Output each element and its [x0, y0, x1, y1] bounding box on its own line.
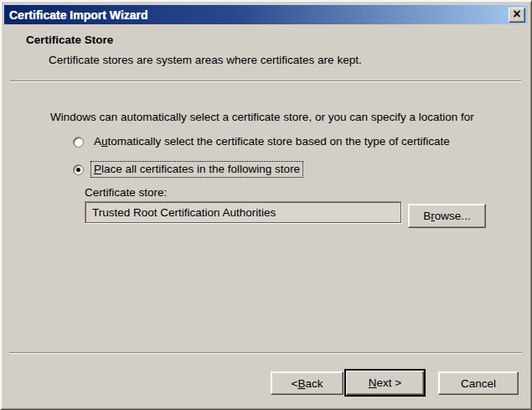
radio-option-automatic[interactable]: Automatically select the certificate sto…: [73, 133, 453, 150]
browse-button[interactable]: Browse...: [408, 204, 486, 228]
close-button[interactable]: ×: [509, 8, 525, 23]
radio-place-all-label[interactable]: Place all certificates in the following …: [90, 161, 303, 178]
intro-text: Windows can automatically select a certi…: [50, 111, 474, 123]
radio-automatic-label[interactable]: Automatically select the certificate sto…: [90, 133, 453, 150]
footer-separator: [9, 352, 522, 354]
title-bar[interactable]: Certificate Import Wizard ×: [4, 5, 528, 24]
page-title: Certificate Store: [26, 34, 113, 46]
header-separator: [10, 80, 521, 82]
certificate-store-value: Trusted Root Certification Authorities: [92, 206, 276, 219]
certificate-store-label: Certificate store:: [85, 186, 167, 199]
radio-button-icon[interactable]: [73, 164, 84, 175]
close-icon: ×: [513, 8, 520, 21]
radio-option-place-all[interactable]: Place all certificates in the following …: [73, 161, 303, 178]
cancel-button[interactable]: Cancel: [438, 371, 519, 395]
certificate-store-field[interactable]: Trusted Root Certification Authorities: [85, 201, 402, 224]
certificate-import-wizard-dialog: Certificate Import Wizard × Certificate …: [0, 0, 532, 410]
radio-dot: [76, 168, 80, 172]
page-subtitle: Certificate stores are system areas wher…: [49, 54, 362, 66]
next-button[interactable]: Next >: [344, 369, 426, 397]
window-title: Certificate Import Wizard: [9, 8, 509, 22]
radio-button-icon[interactable]: [73, 137, 84, 148]
back-button[interactable]: < Back: [271, 371, 343, 395]
